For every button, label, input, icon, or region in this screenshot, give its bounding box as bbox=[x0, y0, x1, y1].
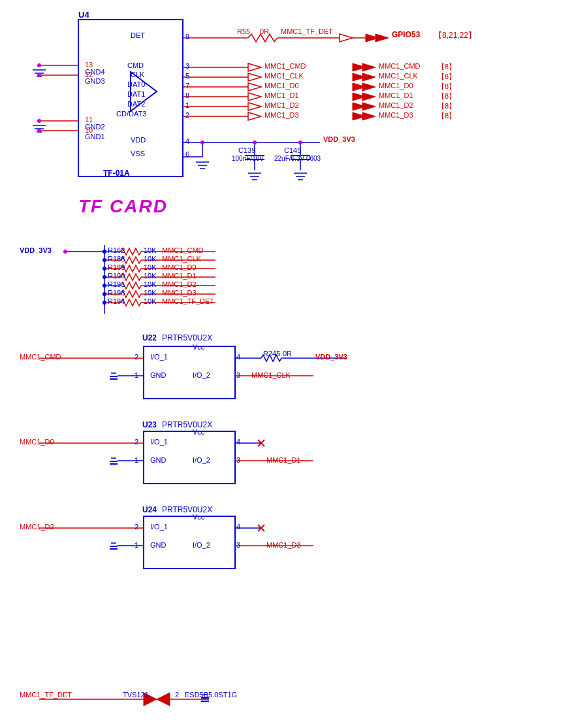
r191-net: MMC1_D2 bbox=[162, 280, 197, 288]
svg-marker-127 bbox=[157, 693, 170, 706]
schematic-canvas: U4 DET CMD CLK DAT0 DAT1 DAT2 CD/DAT3 VD… bbox=[0, 0, 572, 728]
u22-vdd3v3-out: VDD_3V3 bbox=[315, 353, 347, 361]
far-bit-clk: 【8】 bbox=[437, 72, 456, 82]
svg-marker-36 bbox=[375, 34, 389, 42]
svg-marker-50 bbox=[362, 93, 375, 101]
tvs121-ref: TVS121 bbox=[123, 691, 149, 699]
u24-d3-out: MMC1_D3 bbox=[266, 541, 301, 549]
svg-marker-47 bbox=[353, 83, 366, 91]
svg-marker-35 bbox=[366, 34, 379, 42]
svg-point-26 bbox=[200, 141, 204, 144]
net-mmc1-cmd-r: MMC1_CMD bbox=[264, 62, 306, 70]
u23-pin1: 1 bbox=[135, 456, 138, 464]
svg-marker-53 bbox=[353, 112, 366, 120]
pin3: 3 bbox=[185, 62, 189, 70]
far-bit-d2: 【8】 bbox=[437, 101, 456, 111]
u4-gnd3-lbl: GND3 bbox=[85, 77, 105, 85]
u23-d0-in: MMC1_D0 bbox=[20, 438, 54, 446]
far-bit-d0: 【8】 bbox=[437, 82, 456, 91]
net-mmc1-clk-r: MMC1_CLK bbox=[264, 72, 304, 80]
u22-cmd-in: MMC1_CMD bbox=[20, 353, 61, 361]
gpio53-bits: 【8,21,22】 bbox=[434, 30, 476, 41]
svg-point-93 bbox=[103, 292, 106, 296]
c139-ref: C139 bbox=[238, 146, 255, 154]
r245-ref: R245 bbox=[263, 350, 280, 357]
u23-type: PRTR5V0U2X bbox=[162, 420, 212, 429]
svg-marker-46 bbox=[362, 73, 375, 81]
u24-io2: I/O_2 bbox=[193, 541, 210, 549]
far-bit-d3: 【8】 bbox=[437, 111, 456, 121]
svg-marker-41 bbox=[248, 103, 261, 110]
r191-ref: R191 bbox=[108, 280, 125, 288]
u22-clk-out: MMC1_CLK bbox=[251, 371, 291, 379]
r188-val: 10K bbox=[144, 255, 157, 263]
bottom-pin2: 2 bbox=[175, 691, 179, 699]
u22-vcc: Vcc bbox=[193, 343, 204, 351]
r189-val: 10K bbox=[144, 263, 157, 271]
svg-line-113 bbox=[258, 440, 264, 446]
u4-vdd-label: VDD bbox=[131, 136, 146, 144]
svg-point-90 bbox=[103, 267, 106, 271]
u23-io1: I/O_1 bbox=[150, 438, 168, 446]
pin4: 4 bbox=[185, 137, 189, 145]
r55-val: 0R bbox=[260, 27, 269, 35]
u4-dat2-label: DAT2 bbox=[127, 100, 145, 108]
r193-val: 10K bbox=[144, 289, 157, 297]
u4-dat1-label: DAT1 bbox=[127, 90, 145, 98]
vdd3v3-top: VDD_3V3 bbox=[323, 135, 355, 143]
svg-point-88 bbox=[103, 250, 106, 254]
r194-val: 10K bbox=[144, 297, 157, 305]
svg-marker-48 bbox=[362, 83, 375, 91]
r189-ref: R189 bbox=[108, 263, 125, 271]
u24-gnd: GND bbox=[150, 541, 166, 549]
pin6: 6 bbox=[185, 150, 189, 158]
c145-ref: C145 bbox=[284, 146, 301, 154]
u22-pin1: 1 bbox=[135, 371, 138, 379]
svg-line-112 bbox=[258, 440, 264, 446]
tf-card-title: TF CARD bbox=[78, 196, 168, 217]
r162-ref: R162 bbox=[108, 246, 125, 254]
u4-vss-label: VSS bbox=[131, 150, 145, 157]
pin7: 7 bbox=[185, 82, 189, 90]
svg-marker-33 bbox=[340, 34, 353, 42]
r188-net: MMC1_CLK bbox=[162, 255, 201, 263]
r191-val: 10K bbox=[144, 280, 157, 288]
svg-marker-38 bbox=[248, 73, 261, 81]
svg-marker-54 bbox=[362, 112, 375, 120]
svg-line-122 bbox=[258, 525, 264, 531]
u22-gnd: GND bbox=[150, 371, 166, 379]
u24-d2-in: MMC1_D2 bbox=[20, 523, 54, 531]
tf01a-label: TF-01A bbox=[103, 169, 130, 178]
svg-point-13 bbox=[37, 73, 41, 77]
r194-ref: R194 bbox=[108, 297, 125, 305]
u24-pin3: 3 bbox=[236, 541, 240, 549]
svg-point-14 bbox=[37, 119, 41, 123]
bottom-mmc1-tf-det: MMC1_TF_DET bbox=[20, 691, 72, 699]
r190-val: 10K bbox=[144, 272, 157, 280]
svg-point-70 bbox=[298, 141, 302, 144]
u24-pin4: 4 bbox=[236, 523, 240, 531]
u23-ref: U23 bbox=[142, 420, 157, 429]
far-mmc1-cmd: MMC1_CMD bbox=[379, 62, 421, 70]
pin9: 9 bbox=[185, 33, 189, 41]
u24-pin1: 1 bbox=[135, 541, 138, 549]
svg-line-123 bbox=[258, 525, 264, 531]
u4-label: U4 bbox=[78, 10, 89, 20]
mmc1-tf-det-top: MMC1_TF_DET bbox=[281, 27, 333, 35]
c145-val: 22uF/6.3V-0603 bbox=[274, 155, 321, 162]
u22-pin2: 2 bbox=[135, 353, 138, 361]
svg-marker-49 bbox=[353, 93, 366, 101]
r193-net: MMC1_D3 bbox=[162, 289, 197, 297]
r190-ref: R190 bbox=[108, 272, 125, 280]
u23-pin4: 4 bbox=[236, 438, 240, 446]
svg-point-62 bbox=[253, 141, 257, 144]
far-mmc1-d1: MMC1_D1 bbox=[379, 91, 413, 99]
u4-clk-label: CLK bbox=[131, 71, 144, 78]
vdd3v3-pullup: VDD_3V3 bbox=[20, 246, 52, 254]
u22-io1: I/O_1 bbox=[150, 353, 168, 361]
svg-point-72 bbox=[63, 250, 67, 254]
pin5: 5 bbox=[185, 72, 189, 80]
svg-point-92 bbox=[103, 284, 106, 288]
r162-net: MMC1_CMD bbox=[162, 246, 204, 254]
net-mmc1-d3-r: MMC1_D3 bbox=[264, 111, 299, 119]
